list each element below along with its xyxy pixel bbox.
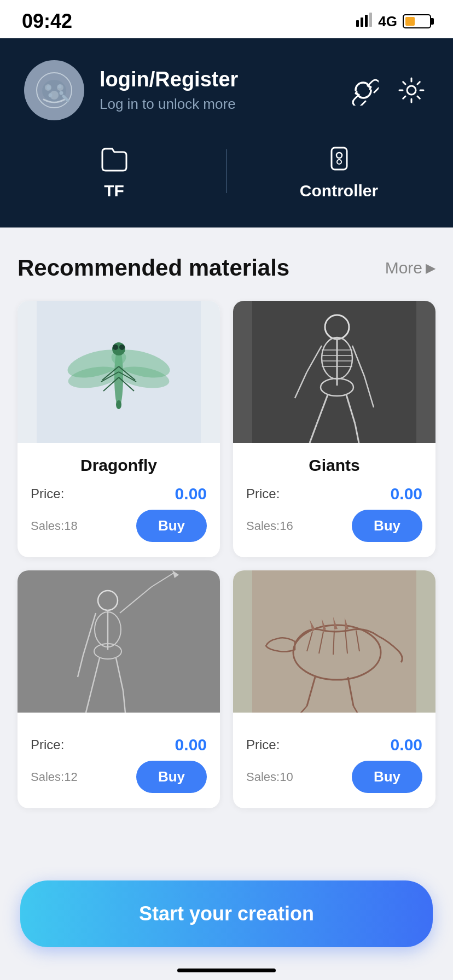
header: login/Register Log in to unlock more bbox=[0, 38, 453, 228]
material-image-dragonfly bbox=[18, 301, 220, 443]
status-time: 09:42 bbox=[22, 10, 72, 33]
main-content: Recommended materials More ▶ bbox=[0, 228, 453, 907]
material-info-dragonfly: Dragonfly Price: 0.00 Sales:18 Buy bbox=[18, 443, 220, 557]
home-indicator bbox=[177, 969, 276, 972]
more-label: More bbox=[385, 259, 422, 277]
material-image-giants bbox=[233, 301, 435, 443]
svg-rect-1 bbox=[361, 18, 363, 27]
nav-item-controller[interactable]: Controller bbox=[249, 142, 429, 200]
section-title: Recommended materials bbox=[18, 255, 289, 281]
svg-point-11 bbox=[60, 91, 63, 95]
materials-grid: Dragonfly Price: 0.00 Sales:18 Buy bbox=[18, 301, 435, 808]
battery-fill bbox=[405, 17, 415, 26]
buy-button-skeleton[interactable]: Buy bbox=[136, 761, 207, 793]
nav-item-tf[interactable]: TF bbox=[24, 142, 204, 200]
user-info: login/Register Log in to unlock more bbox=[100, 68, 238, 113]
user-name: login/Register bbox=[100, 68, 238, 91]
price-label-skeleton: Price: bbox=[31, 737, 64, 752]
material-info-dino: Price: 0.00 Sales:10 Buy bbox=[233, 713, 435, 808]
sales-dragonfly: Sales:18 bbox=[31, 519, 78, 533]
avatar[interactable] bbox=[24, 60, 84, 120]
user-section: login/Register Log in to unlock more bbox=[24, 60, 238, 120]
material-card-dragonfly: Dragonfly Price: 0.00 Sales:18 Buy bbox=[18, 301, 220, 557]
nav-controller-label: Controller bbox=[300, 182, 378, 200]
svg-point-16 bbox=[337, 160, 341, 164]
svg-point-12 bbox=[49, 94, 53, 97]
sales-skeleton: Sales:12 bbox=[31, 770, 78, 784]
price-value-giants: 0.00 bbox=[391, 485, 422, 503]
price-label-dino: Price: bbox=[246, 737, 280, 752]
material-footer-skeleton: Sales:12 Buy bbox=[31, 761, 207, 793]
more-arrow-icon: ▶ bbox=[426, 260, 435, 276]
sales-giants: Sales:16 bbox=[246, 519, 293, 533]
buy-button-dino[interactable]: Buy bbox=[352, 761, 422, 793]
svg-point-32 bbox=[116, 400, 121, 409]
header-top: login/Register Log in to unlock more bbox=[24, 60, 429, 120]
svg-point-15 bbox=[336, 153, 342, 158]
svg-point-25 bbox=[119, 345, 125, 350]
material-image-skeleton bbox=[18, 570, 220, 713]
material-footer-dragonfly: Sales:18 Buy bbox=[31, 510, 207, 542]
price-row-skeleton: Price: 0.00 bbox=[31, 736, 207, 754]
price-value-dino: 0.00 bbox=[391, 736, 422, 754]
svg-point-13 bbox=[407, 86, 416, 95]
start-btn-container: Start your creation bbox=[20, 880, 433, 947]
svg-point-24 bbox=[113, 345, 118, 350]
buy-button-giants[interactable]: Buy bbox=[352, 510, 422, 542]
nav-tf-label: TF bbox=[104, 182, 124, 200]
material-image-dino bbox=[233, 570, 435, 713]
svg-point-10 bbox=[58, 85, 62, 89]
start-creation-button[interactable]: Start your creation bbox=[20, 880, 433, 947]
svg-point-8 bbox=[42, 80, 66, 102]
status-icons: 4G bbox=[356, 13, 431, 30]
price-row-dragonfly: Price: 0.00 bbox=[31, 485, 207, 503]
signal-icon bbox=[356, 13, 373, 30]
header-nav: TF Controller bbox=[24, 142, 429, 200]
user-subtitle: Log in to unlock more bbox=[100, 96, 238, 113]
price-row-dino: Price: 0.00 bbox=[246, 736, 422, 754]
svg-rect-3 bbox=[369, 13, 372, 27]
more-button[interactable]: More ▶ bbox=[385, 259, 435, 277]
header-actions bbox=[346, 73, 429, 108]
material-name-dragonfly: Dragonfly bbox=[31, 456, 207, 475]
nav-divider bbox=[226, 149, 227, 193]
network-label: 4G bbox=[378, 13, 397, 30]
chat-button[interactable] bbox=[346, 73, 381, 108]
price-row-giants: Price: 0.00 bbox=[246, 485, 422, 503]
svg-rect-50 bbox=[37, 570, 201, 713]
material-info-skeleton: Price: 0.00 Sales:12 Buy bbox=[18, 713, 220, 808]
buy-button-dragonfly[interactable]: Buy bbox=[136, 510, 207, 542]
svg-rect-2 bbox=[365, 15, 368, 27]
price-value-dragonfly: 0.00 bbox=[175, 485, 207, 503]
section-header: Recommended materials More ▶ bbox=[18, 255, 435, 281]
sales-dino: Sales:10 bbox=[246, 770, 293, 784]
svg-rect-33 bbox=[252, 301, 416, 443]
svg-point-9 bbox=[47, 85, 51, 90]
material-card-dino: Price: 0.00 Sales:10 Buy bbox=[233, 570, 435, 808]
material-info-giants: Giants Price: 0.00 Sales:16 Buy bbox=[233, 443, 435, 557]
material-card-skeleton: Price: 0.00 Sales:12 Buy bbox=[18, 570, 220, 808]
settings-button[interactable] bbox=[394, 73, 429, 108]
material-footer-dino: Sales:10 Buy bbox=[246, 761, 422, 793]
battery-icon bbox=[403, 14, 431, 28]
price-value-skeleton: 0.00 bbox=[175, 736, 207, 754]
svg-rect-0 bbox=[356, 20, 359, 27]
price-label-dragonfly: Price: bbox=[31, 486, 64, 501]
material-name-giants: Giants bbox=[246, 456, 422, 475]
price-label-giants: Price: bbox=[246, 486, 280, 501]
status-bar: 09:42 4G bbox=[0, 0, 453, 38]
material-card-giants: Giants Price: 0.00 Sales:16 Buy bbox=[233, 301, 435, 557]
material-footer-giants: Sales:16 Buy bbox=[246, 510, 422, 542]
